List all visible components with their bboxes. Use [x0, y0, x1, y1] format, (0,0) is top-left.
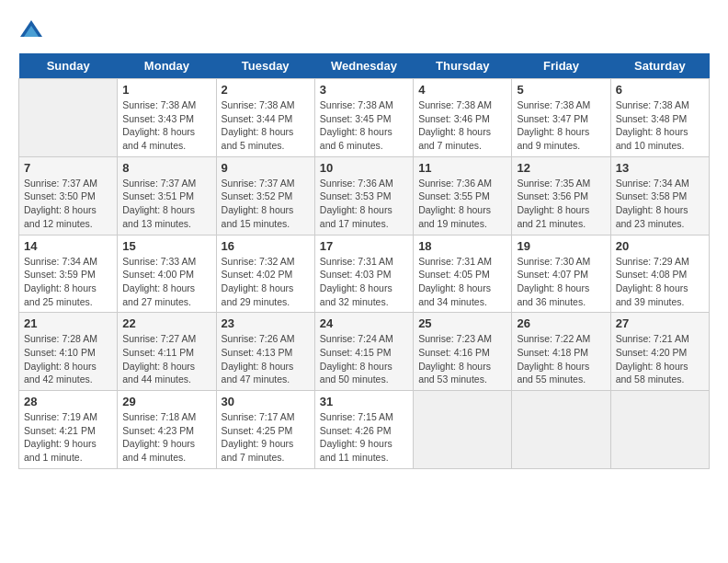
cell-info: Sunrise: 7:18 AM Sunset: 4:23 PM Dayligh… — [122, 410, 210, 465]
day-number: 11 — [418, 161, 506, 175]
day-number: 23 — [222, 316, 310, 330]
weekday-header-saturday: Saturday — [610, 53, 709, 79]
day-number: 4 — [418, 83, 506, 97]
cell-info: Sunrise: 7:36 AM Sunset: 3:55 PM Dayligh… — [418, 177, 506, 231]
cell-info: Sunrise: 7:33 AM Sunset: 4:00 PM Dayligh… — [122, 255, 210, 309]
calendar-cell: 8Sunrise: 7:37 AM Sunset: 3:51 PM Daylig… — [118, 156, 216, 235]
day-number: 29 — [122, 395, 210, 408]
cell-info: Sunrise: 7:37 AM Sunset: 3:52 PM Dayligh… — [222, 177, 310, 231]
day-number: 20 — [616, 239, 704, 253]
day-number: 31 — [320, 395, 408, 408]
day-number: 10 — [320, 161, 408, 175]
weekday-header-thursday: Thursday — [414, 53, 512, 79]
page-header — [18, 18, 710, 44]
cell-info: Sunrise: 7:22 AM Sunset: 4:18 PM Dayligh… — [517, 332, 605, 386]
cell-info: Sunrise: 7:35 AM Sunset: 3:56 PM Dayligh… — [517, 177, 605, 231]
calendar-week-3: 14Sunrise: 7:34 AM Sunset: 3:59 PM Dayli… — [19, 235, 710, 313]
calendar-cell: 21Sunrise: 7:28 AM Sunset: 4:10 PM Dayli… — [19, 313, 118, 391]
cell-info: Sunrise: 7:30 AM Sunset: 4:07 PM Dayligh… — [517, 255, 605, 309]
day-number: 8 — [122, 161, 210, 175]
calendar-cell: 7Sunrise: 7:37 AM Sunset: 3:50 PM Daylig… — [19, 156, 118, 235]
cell-info: Sunrise: 7:34 AM Sunset: 3:58 PM Dayligh… — [616, 177, 704, 231]
calendar-cell: 25Sunrise: 7:23 AM Sunset: 4:16 PM Dayli… — [414, 313, 512, 391]
calendar-cell: 14Sunrise: 7:34 AM Sunset: 3:59 PM Dayli… — [19, 235, 118, 313]
day-number: 12 — [517, 161, 605, 175]
day-number: 9 — [222, 161, 310, 175]
calendar-week-1: 1Sunrise: 7:38 AM Sunset: 3:43 PM Daylig… — [19, 79, 710, 157]
day-number: 7 — [24, 161, 112, 175]
cell-info: Sunrise: 7:38 AM Sunset: 3:48 PM Dayligh… — [616, 98, 704, 153]
cell-info: Sunrise: 7:28 AM Sunset: 4:10 PM Dayligh… — [24, 332, 112, 386]
cell-info: Sunrise: 7:31 AM Sunset: 4:05 PM Dayligh… — [418, 255, 506, 309]
cell-info: Sunrise: 7:37 AM Sunset: 3:51 PM Dayligh… — [122, 177, 210, 231]
day-number: 26 — [517, 316, 605, 330]
cell-info: Sunrise: 7:38 AM Sunset: 3:46 PM Dayligh… — [418, 98, 506, 153]
day-number: 16 — [222, 239, 310, 253]
cell-info: Sunrise: 7:31 AM Sunset: 4:03 PM Dayligh… — [320, 255, 408, 309]
calendar-cell: 18Sunrise: 7:31 AM Sunset: 4:05 PM Dayli… — [414, 235, 512, 313]
cell-info: Sunrise: 7:29 AM Sunset: 4:08 PM Dayligh… — [616, 255, 704, 309]
day-number: 1 — [122, 83, 210, 97]
calendar-cell — [610, 391, 709, 469]
day-number: 24 — [320, 316, 408, 330]
calendar-week-5: 28Sunrise: 7:19 AM Sunset: 4:21 PM Dayli… — [19, 391, 710, 469]
cell-info: Sunrise: 7:38 AM Sunset: 3:45 PM Dayligh… — [320, 98, 408, 153]
day-number: 21 — [24, 316, 112, 330]
weekday-header-friday: Friday — [512, 53, 610, 79]
cell-info: Sunrise: 7:23 AM Sunset: 4:16 PM Dayligh… — [418, 332, 506, 386]
weekday-header-sunday: Sunday — [19, 53, 118, 79]
day-number: 27 — [616, 316, 704, 330]
cell-info: Sunrise: 7:21 AM Sunset: 4:20 PM Dayligh… — [616, 332, 704, 386]
calendar-cell: 6Sunrise: 7:38 AM Sunset: 3:48 PM Daylig… — [610, 79, 709, 157]
day-number: 25 — [418, 316, 506, 330]
day-number: 28 — [24, 395, 112, 408]
day-number: 6 — [616, 83, 704, 97]
calendar-cell: 5Sunrise: 7:38 AM Sunset: 3:47 PM Daylig… — [512, 79, 610, 157]
day-number: 3 — [320, 83, 408, 97]
calendar-cell: 10Sunrise: 7:36 AM Sunset: 3:53 PM Dayli… — [314, 156, 413, 235]
calendar-body: 1Sunrise: 7:38 AM Sunset: 3:43 PM Daylig… — [19, 79, 710, 469]
cell-info: Sunrise: 7:24 AM Sunset: 4:15 PM Dayligh… — [320, 332, 408, 386]
cell-info: Sunrise: 7:27 AM Sunset: 4:11 PM Dayligh… — [122, 332, 210, 386]
calendar-week-4: 21Sunrise: 7:28 AM Sunset: 4:10 PM Dayli… — [19, 313, 710, 391]
cell-info: Sunrise: 7:19 AM Sunset: 4:21 PM Dayligh… — [24, 410, 112, 465]
calendar-cell: 11Sunrise: 7:36 AM Sunset: 3:55 PM Dayli… — [414, 156, 512, 235]
calendar-cell — [414, 391, 512, 469]
calendar-cell: 29Sunrise: 7:18 AM Sunset: 4:23 PM Dayli… — [118, 391, 216, 469]
calendar-cell: 27Sunrise: 7:21 AM Sunset: 4:20 PM Dayli… — [610, 313, 709, 391]
day-number: 15 — [122, 239, 210, 253]
cell-info: Sunrise: 7:36 AM Sunset: 3:53 PM Dayligh… — [320, 177, 408, 231]
calendar-cell: 24Sunrise: 7:24 AM Sunset: 4:15 PM Dayli… — [314, 313, 413, 391]
calendar-cell: 23Sunrise: 7:26 AM Sunset: 4:13 PM Dayli… — [216, 313, 314, 391]
calendar-cell: 13Sunrise: 7:34 AM Sunset: 3:58 PM Dayli… — [610, 156, 709, 235]
calendar-cell: 2Sunrise: 7:38 AM Sunset: 3:44 PM Daylig… — [216, 79, 314, 157]
cell-info: Sunrise: 7:38 AM Sunset: 3:44 PM Dayligh… — [222, 98, 310, 153]
day-number: 22 — [122, 316, 210, 330]
cell-info: Sunrise: 7:37 AM Sunset: 3:50 PM Dayligh… — [24, 177, 112, 231]
calendar-cell: 26Sunrise: 7:22 AM Sunset: 4:18 PM Dayli… — [512, 313, 610, 391]
logo — [18, 18, 48, 44]
cell-info: Sunrise: 7:17 AM Sunset: 4:25 PM Dayligh… — [222, 410, 310, 465]
day-number: 14 — [24, 239, 112, 253]
cell-info: Sunrise: 7:15 AM Sunset: 4:26 PM Dayligh… — [320, 410, 408, 465]
cell-info: Sunrise: 7:26 AM Sunset: 4:13 PM Dayligh… — [222, 332, 310, 386]
calendar-cell: 19Sunrise: 7:30 AM Sunset: 4:07 PM Dayli… — [512, 235, 610, 313]
calendar-cell: 15Sunrise: 7:33 AM Sunset: 4:00 PM Dayli… — [118, 235, 216, 313]
logo-icon — [18, 18, 44, 44]
calendar-cell: 12Sunrise: 7:35 AM Sunset: 3:56 PM Dayli… — [512, 156, 610, 235]
weekday-header-row: SundayMondayTuesdayWednesdayThursdayFrid… — [19, 53, 710, 79]
day-number: 2 — [222, 83, 310, 97]
calendar-cell: 30Sunrise: 7:17 AM Sunset: 4:25 PM Dayli… — [216, 391, 314, 469]
day-number: 18 — [418, 239, 506, 253]
calendar-cell: 4Sunrise: 7:38 AM Sunset: 3:46 PM Daylig… — [414, 79, 512, 157]
day-number: 5 — [517, 83, 605, 97]
day-number: 13 — [616, 161, 704, 175]
cell-info: Sunrise: 7:34 AM Sunset: 3:59 PM Dayligh… — [24, 255, 112, 309]
day-number: 19 — [517, 239, 605, 253]
cell-info: Sunrise: 7:32 AM Sunset: 4:02 PM Dayligh… — [222, 255, 310, 309]
calendar-cell: 20Sunrise: 7:29 AM Sunset: 4:08 PM Dayli… — [610, 235, 709, 313]
calendar-cell — [19, 79, 118, 157]
weekday-header-wednesday: Wednesday — [314, 53, 413, 79]
cell-info: Sunrise: 7:38 AM Sunset: 3:47 PM Dayligh… — [517, 98, 605, 153]
weekday-header-monday: Monday — [118, 53, 216, 79]
